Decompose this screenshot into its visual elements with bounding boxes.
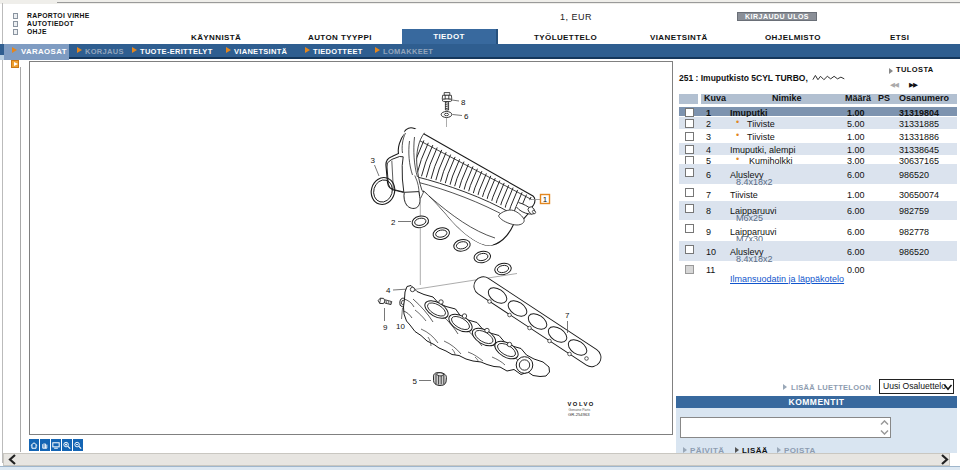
svg-text:8: 8 — [461, 98, 466, 107]
svg-text:7: 7 — [565, 311, 570, 320]
svg-text:3: 3 — [371, 156, 376, 165]
svg-text:10: 10 — [396, 322, 405, 331]
svg-text:VOLVO: VOLVO — [568, 401, 595, 407]
svg-text:5: 5 — [413, 377, 418, 386]
svg-text:2: 2 — [391, 218, 396, 227]
svg-text:4: 4 — [386, 286, 391, 295]
svg-text:9: 9 — [383, 323, 388, 332]
svg-text:1: 1 — [543, 195, 548, 204]
svg-text:6: 6 — [464, 112, 469, 121]
svg-text:GR-254963: GR-254963 — [568, 412, 590, 417]
